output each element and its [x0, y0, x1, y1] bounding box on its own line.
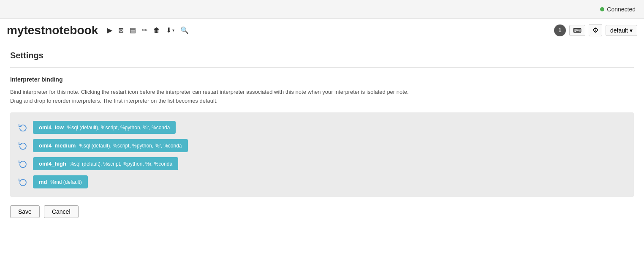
connected-indicator: Connected [600, 6, 636, 13]
search-icon: 🔍 [180, 26, 189, 34]
description-line1: Bind interpreter for this note. Clicking… [10, 89, 409, 95]
interpreter-chip-oml4-high[interactable]: oml4_high %sql (default), %script, %pyth… [33, 157, 178, 170]
interpreter-chip-oml4-medium[interactable]: oml4_medium %sql (default), %script, %py… [33, 139, 188, 152]
restart-icon-md[interactable] [17, 176, 29, 188]
settings-gear-icon: ⚙ [592, 27, 598, 34]
restart-icon-oml4-medium[interactable] [17, 139, 29, 151]
stop-icon: ⊠ [118, 26, 124, 34]
settings-heading: Settings [10, 51, 634, 60]
chip-detail-oml4-low: %sql (default), %script, %python, %r, %c… [67, 125, 170, 131]
run-button[interactable]: ▶ [105, 25, 115, 36]
connected-dot-icon [600, 7, 604, 11]
description-line2: Drag and drop to reorder interpreters. T… [10, 98, 217, 104]
interpreter-binding-title: Interpreter binding [10, 76, 634, 83]
connected-label: Connected [607, 6, 636, 13]
trash-button[interactable]: 🗑 [151, 25, 163, 36]
save-button[interactable]: Save [10, 205, 40, 218]
kernel-badge[interactable]: 1 [554, 25, 566, 36]
pencil-button[interactable]: ✏ [139, 25, 150, 36]
pencil-icon: ✏ [142, 26, 147, 34]
restart-icon-oml4-low[interactable] [17, 121, 29, 133]
interpreter-description: Bind interpreter for this note. Clicking… [10, 88, 634, 106]
section-divider [10, 67, 634, 68]
interpreter-row: oml4_medium %sql (default), %script, %py… [17, 139, 627, 152]
default-dropdown-button[interactable]: default ▾ [606, 25, 637, 36]
main-content: Settings Interpreter binding Bind interp… [0, 42, 644, 235]
stop-button[interactable]: ⊠ [116, 25, 126, 36]
interpreter-area: oml4_low %sql (default), %script, %pytho… [10, 112, 634, 197]
chip-name-oml4-medium: oml4_medium [39, 142, 76, 149]
interpreter-row: oml4_low %sql (default), %script, %pytho… [17, 121, 627, 134]
status-bar: Connected [0, 0, 644, 19]
toolbar-buttons: ▶ ⊠ ▤ ✏ 🗑 ⬇ ▾ 🔍 [105, 25, 554, 36]
export-icon: ⬇ [166, 26, 171, 34]
trash-icon: 🗑 [153, 27, 160, 34]
default-label: default [610, 27, 628, 34]
toolbar-right: 1 ⌨ ⚙ default ▾ [554, 24, 637, 36]
paragraphs-icon: ▤ [130, 26, 136, 34]
run-icon: ▶ [107, 26, 112, 34]
keyboard-button[interactable]: ⌨ [569, 25, 585, 36]
chip-detail-md: %md (default) [50, 179, 82, 185]
keyboard-icon: ⌨ [573, 27, 582, 34]
paragraphs-button[interactable]: ▤ [127, 25, 139, 36]
chip-detail-oml4-high: %sql (default), %script, %python, %r, %c… [70, 161, 172, 167]
chip-name-oml4-low: oml4_low [39, 124, 64, 131]
export-dropdown-icon: ▾ [172, 28, 174, 33]
default-dropdown-arrow-icon: ▾ [630, 27, 633, 34]
search-button[interactable]: 🔍 [178, 25, 191, 36]
restart-icon-oml4-high[interactable] [17, 158, 29, 169]
cancel-button[interactable]: Cancel [44, 205, 79, 218]
interpreter-row: md %md (default) [17, 175, 627, 188]
settings-button[interactable]: ⚙ [589, 24, 602, 36]
toolbar: mytestnotebook ▶ ⊠ ▤ ✏ 🗑 ⬇ ▾ 🔍 1 ⌨ ⚙ [0, 19, 644, 42]
interpreter-chip-oml4-low[interactable]: oml4_low %sql (default), %script, %pytho… [33, 121, 176, 134]
notebook-title: mytestnotebook [7, 24, 98, 37]
chip-name-md: md [39, 179, 47, 185]
export-button[interactable]: ⬇ ▾ [163, 25, 177, 36]
chip-detail-oml4-medium: %sql (default), %script, %python, %r, %c… [79, 143, 182, 149]
action-buttons: Save Cancel [10, 205, 634, 226]
interpreter-chip-md[interactable]: md %md (default) [33, 175, 88, 188]
chip-name-oml4-high: oml4_high [39, 161, 66, 167]
interpreter-row: oml4_high %sql (default), %script, %pyth… [17, 157, 627, 170]
